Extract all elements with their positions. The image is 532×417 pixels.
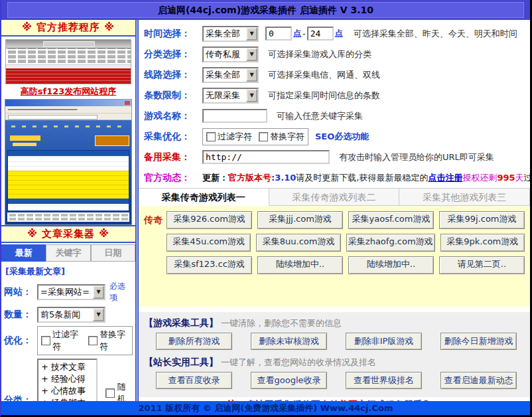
tab-date[interactable]: 日期	[91, 244, 135, 262]
optimize-checkbox-group: 过滤字符 替换字符	[37, 326, 133, 355]
game-name-label: 游戏名称：	[144, 110, 202, 122]
category-item[interactable]: + 技术文章	[41, 361, 94, 373]
category-select-row: 分类选择： 传奇私服 ▼ 可选择采集游戏入库的分类	[139, 44, 530, 64]
site-row: 网站： =采集网站= ▼ 必选项	[4, 281, 133, 303]
check-qidi-news-button[interactable]: 查看启迪最新动态	[440, 372, 517, 389]
window-title: 启迪网(44cj.com)游戏采集插件 启迪插件 V 3.10	[7, 2, 524, 18]
news-auth-text: 授权还剩	[462, 172, 497, 184]
time-label: 时间选择：	[144, 28, 202, 40]
line-desc: 可选择采集电信、网通、双线	[268, 69, 380, 81]
count-select[interactable]: 前5条新闻 ▼	[37, 307, 105, 323]
category-item[interactable]: + 心情故事	[41, 385, 94, 397]
thumb1-red-banner	[6, 68, 131, 84]
random-checkbox[interactable]	[105, 388, 115, 398]
thumb2-nav-banner	[7, 122, 129, 131]
delete-all-games-button[interactable]: 删除所有游戏	[156, 333, 232, 350]
tab-game-list-2[interactable]: 采集传奇游戏列表二	[269, 188, 400, 206]
game-button-row: 传奇 采集926.com游戏 采集jjj.com游戏 采集yaosf.com游戏…	[144, 211, 530, 229]
backup-label: 备用采集：	[144, 151, 202, 163]
collect-zhaofg-button[interactable]: 采集zhaofg.com游戏	[346, 234, 435, 252]
collect-926-button[interactable]: 采集926.com游戏	[166, 211, 252, 229]
replace-checkbox-label: 替换字符	[270, 131, 304, 143]
game-list-tabs: 采集传奇游戏列表一 采集传奇游戏列表二 采集其他游戏列表三	[139, 188, 530, 206]
hour-from-input[interactable]	[265, 27, 292, 41]
category-row: 分类： + 技术文章 + 经验心得 + 心情故事 + 经典脚本 随机	[4, 359, 133, 401]
news-update-prefix: 更新：	[202, 172, 228, 184]
hour-from-unit[interactable]: 点	[293, 28, 301, 39]
game-name-input[interactable]	[202, 109, 267, 123]
category-select[interactable]: 传奇私服 ▼	[202, 46, 259, 62]
collect-optimize-group: 过滤字符 替换字符	[202, 128, 308, 145]
tab-game-list-3[interactable]: 采集其他游戏列表三	[399, 188, 530, 206]
category-item[interactable]: + 经验心得	[41, 373, 94, 385]
chevron-down-icon[interactable]: ▼	[246, 89, 257, 102]
coming-soon-button[interactable]: 陆续增加中..	[257, 256, 343, 274]
replace-option: 替换字符	[259, 131, 304, 143]
tab-game-list-1[interactable]: 采集传奇游戏列表一	[139, 188, 269, 206]
game-tools-desc: 一键清除，删除您不需要的信息	[221, 317, 342, 329]
collect-yaosf-button[interactable]: 采集yaosf.com游戏	[348, 211, 434, 229]
hour-to-unit[interactable]: 点	[335, 28, 343, 39]
promo-link[interactable]: 高防sf123发布网站程序	[5, 86, 131, 98]
count-label: 数量：	[4, 309, 37, 321]
check-world-rank-button[interactable]: 查看世界级排名	[346, 372, 422, 389]
webmaster-tools-desc: 一键了解，查看您网站的收录情况及排名	[221, 357, 376, 369]
news-version-number: :3.10	[271, 173, 296, 183]
collect-9pk-button[interactable]: 采集9pk.com游戏	[440, 234, 525, 252]
chevron-down-icon[interactable]: ▼	[93, 308, 104, 321]
collect-jjj-button[interactable]: 采集jjj.com游戏	[257, 211, 343, 229]
seo-note: SEO必选功能	[315, 131, 369, 143]
thumb2-page	[5, 120, 131, 225]
backup-url-input[interactable]	[202, 150, 330, 164]
thumb2-table-rows	[8, 156, 129, 171]
site-select[interactable]: =采集网站= ▼	[37, 284, 105, 300]
tab-latest[interactable]: 最新	[1, 244, 46, 262]
time-select[interactable]: 采集全部 ▼	[202, 26, 259, 42]
filter-checkbox[interactable]	[206, 132, 216, 141]
article-form: [采集最新文章] 网站： =采集网站= ▼ 必选项 数量： 前5条新闻 ▼ 优化…	[1, 262, 135, 401]
hour-to-input[interactable]	[307, 27, 334, 41]
collect-8uu-button[interactable]: 采集8uu.com游戏	[256, 234, 340, 252]
promo-screenshot-2[interactable]	[5, 99, 132, 225]
random-option: 随机	[105, 381, 133, 401]
coming-soon-button[interactable]: 陆续增加中..	[348, 256, 434, 274]
line-select[interactable]: 采集全部 ▼	[202, 67, 259, 83]
filter-checkbox-label: 过滤字符	[52, 329, 82, 353]
time-desc: 可选择采集全部、昨天、今天、明天和时间	[354, 28, 517, 40]
category-listbox[interactable]: + 技术文章 + 经验心得 + 心情故事 + 经典脚本	[37, 359, 98, 401]
thumb2-listing-table	[7, 150, 129, 211]
delete-unreviewed-games-button[interactable]: 删除未审核游戏	[251, 333, 327, 350]
collect-sf123-button[interactable]: 采集sf123.cc游戏	[166, 256, 252, 274]
thumb2-table-header-2	[8, 199, 129, 204]
tools-panel: 【游戏采集工具】 一键清除，删除您不需要的信息 删除所有游戏 删除未审核游戏 删…	[139, 312, 530, 397]
collect-45u-button[interactable]: 采集45u.com游戏	[166, 234, 251, 252]
time-row: 时间选择： 采集全部 ▼ 点 - 点 可选择采集全部、昨天、今天、明天和时间	[139, 23, 530, 44]
check-google-index-button[interactable]: 查看google收录	[251, 372, 327, 389]
delete-non-ip-games-button[interactable]: 删除非IP版游戏	[346, 333, 422, 350]
chevron-down-icon[interactable]: ▼	[246, 48, 257, 61]
tab-keyword[interactable]: 关键字	[46, 244, 90, 262]
news-text: 请及时更新下载,获得最新最稳定的	[296, 172, 428, 184]
webmaster-tools-title: 【站长实用工具】	[144, 357, 218, 369]
backup-row: 备用采集： 有攻击时输入管理员给你的URL即可采集	[139, 147, 530, 167]
see-page-two-button[interactable]: 请见第二页..	[439, 256, 525, 274]
backup-desc: 有攻击时输入管理员给你的URL即可采集	[339, 151, 494, 163]
site-select-value: =采集网站=	[38, 286, 93, 299]
chevron-down-icon[interactable]: ▼	[93, 286, 104, 299]
replace-checkbox-label: 替换字符	[100, 329, 129, 353]
thumb2-links-grid	[7, 212, 129, 222]
check-baidu-index-button[interactable]: 查看百度收录	[156, 372, 232, 389]
main-panel: 时间选择： 采集全部 ▼ 点 - 点 可选择采集全部、昨天、今天、明天和时间 分…	[135, 20, 530, 401]
filter-checkbox[interactable]	[41, 336, 50, 345]
replace-checkbox[interactable]	[259, 132, 268, 141]
register-link[interactable]: 点击注册	[428, 172, 462, 184]
chevron-down-icon[interactable]: ▼	[246, 68, 257, 82]
limit-select[interactable]: 无限采集 ▼	[202, 88, 259, 104]
collect-99j-button[interactable]: 采集99j.com游戏	[439, 211, 525, 229]
replace-checkbox[interactable]	[88, 336, 98, 345]
thumb2-promo-badge	[95, 135, 129, 146]
delete-today-new-games-button[interactable]: 删除今日新增游戏	[440, 333, 517, 350]
chevron-down-icon[interactable]: ▼	[246, 27, 257, 41]
promo-screenshot-1[interactable]	[5, 39, 131, 84]
webmaster-tools-buttons: 查看百度收录 查看google收录 查看世界级排名 查看启迪最新动态	[144, 372, 530, 394]
